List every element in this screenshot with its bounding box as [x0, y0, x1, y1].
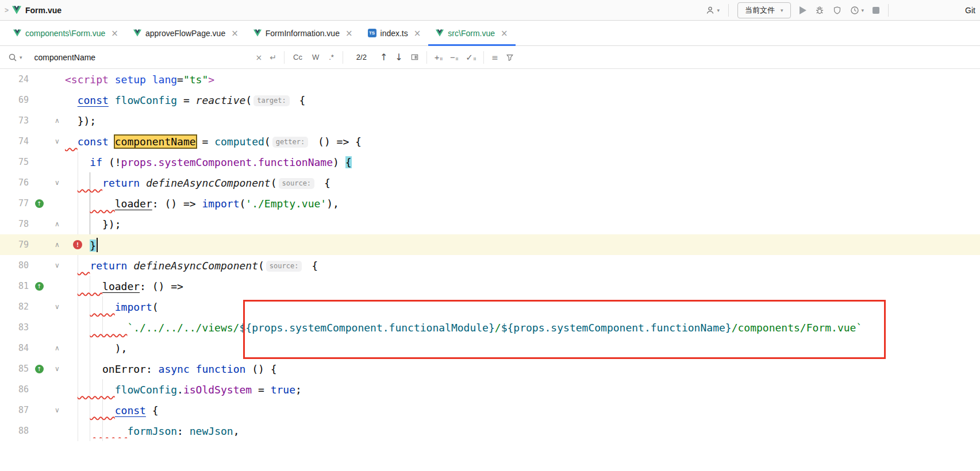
code-line-81[interactable]: 81↑ loader: () =>: [0, 276, 980, 296]
match-count: 2/2: [356, 53, 367, 61]
vue-file-icon: [253, 29, 262, 37]
gutter-green-arrow-icon[interactable]: ↑: [35, 365, 44, 373]
fold-start-icon[interactable]: ∨: [49, 179, 65, 187]
gutter: 87∨: [0, 400, 65, 420]
line-number: 69: [0, 95, 29, 105]
tab-approveflowpage-vue[interactable]: approveFlowPage.vue×: [126, 21, 246, 45]
fold-start-icon[interactable]: ∨: [49, 137, 65, 145]
user-account-button[interactable]: ▾: [705, 6, 720, 15]
code-line-77[interactable]: 77↑ loader: () => import('./Empty.vue'),: [0, 193, 980, 214]
line-number: 86: [0, 384, 29, 395]
close-tab-icon[interactable]: ×: [345, 28, 353, 38]
stop-button[interactable]: [873, 7, 879, 14]
run-button[interactable]: [800, 6, 806, 14]
code-line-73[interactable]: 73∧ });: [0, 110, 980, 131]
code-line-88[interactable]: 88 formJson: newJson,: [0, 420, 980, 441]
code-text: import(: [65, 301, 159, 313]
code-line-79[interactable]: 79∧ }!: [0, 234, 980, 255]
search-icon[interactable]: ▾: [8, 53, 22, 62]
whole-words-toggle[interactable]: W: [312, 53, 319, 61]
bug-icon: [815, 6, 824, 15]
newline-icon[interactable]: ↵: [270, 53, 276, 62]
debug-button[interactable]: [815, 6, 824, 15]
gutter: 69: [0, 90, 65, 110]
gutter-green-arrow-icon[interactable]: ↑: [35, 199, 44, 208]
gutter-icon-slot: ↑: [29, 365, 49, 373]
add-occurrence-icon[interactable]: +II: [435, 52, 443, 62]
code-line-85[interactable]: 85↑∨ onError: async function () {: [0, 358, 980, 379]
fold-start-icon[interactable]: ∨: [49, 261, 65, 269]
code-line-74[interactable]: 74∨ const componentName = computed(gette…: [0, 131, 980, 152]
fold-end-icon[interactable]: ∧: [49, 220, 65, 228]
code-line-75[interactable]: 75 if (!props.systemComponent.functionNa…: [0, 152, 980, 172]
code-line-24[interactable]: 24<script setup lang="ts">: [0, 69, 980, 90]
remove-occurrence-icon[interactable]: −II: [450, 52, 458, 62]
code-line-69[interactable]: 69 const flowConfig = reactive(target: {: [0, 90, 980, 110]
code-line-84[interactable]: 84∧ ),: [0, 338, 980, 358]
code-line-82[interactable]: 82∨ import(: [0, 296, 980, 317]
window-title: Form.vue: [25, 6, 62, 15]
clear-search-icon[interactable]: ×: [256, 53, 263, 62]
run-config-selector[interactable]: 当前文件 ▾: [737, 2, 791, 18]
code-text: ),: [65, 342, 127, 354]
code-text: `./../../../views/${props.systemComponen…: [65, 322, 862, 334]
code-text: flowConfig.isOldSystem = true;: [65, 384, 302, 396]
gutter: 80∨: [0, 255, 65, 276]
fold-start-icon[interactable]: ∨: [49, 406, 65, 414]
select-all-occurrences-icon[interactable]: ✓II: [466, 52, 476, 63]
vue-logo-icon: [12, 6, 21, 14]
next-match-button[interactable]: ↓: [395, 52, 402, 63]
code-line-83[interactable]: 83 `./../../../views/${props.systemCompo…: [0, 317, 980, 338]
vue-file-icon: [133, 29, 141, 37]
gutter: 83: [0, 317, 65, 338]
gutter: 73∧: [0, 110, 65, 131]
close-tab-icon[interactable]: ×: [501, 28, 508, 38]
code-line-86[interactable]: 86 flowConfig.isOldSystem = true;: [0, 379, 980, 400]
indent-squiggle: [78, 177, 102, 189]
view-options-icon[interactable]: ≡: [491, 53, 498, 62]
previous-match-button[interactable]: ↑: [380, 52, 387, 63]
line-number: 81: [0, 281, 29, 291]
error-icon: !: [73, 240, 82, 249]
code-line-80[interactable]: 80∨ return defineAsyncComponent(source: …: [0, 255, 980, 276]
editor[interactable]: 24<script setup lang="ts">69 const flowC…: [0, 69, 980, 471]
code-line-87[interactable]: 87∨ const {: [0, 400, 980, 420]
search-in-selection-icon[interactable]: [410, 53, 419, 61]
search-input[interactable]: componentName: [34, 53, 248, 62]
fold-end-icon[interactable]: ∧: [49, 241, 65, 249]
tab-src-form-vue[interactable]: src\Form.vue×: [428, 21, 515, 45]
inlay-hint: source:: [266, 261, 302, 272]
regex-toggle[interactable]: .*: [329, 53, 334, 61]
fold-start-icon[interactable]: ∨: [49, 303, 65, 311]
close-tab-icon[interactable]: ×: [111, 28, 118, 38]
vue-file-icon: [436, 29, 444, 37]
fold-end-icon[interactable]: ∧: [49, 117, 65, 125]
coverage-button[interactable]: [833, 6, 841, 15]
gutter-green-arrow-icon[interactable]: ↑: [35, 282, 44, 291]
line-number: 78: [0, 219, 29, 229]
gutter: 74∨: [0, 131, 65, 152]
code-line-78[interactable]: 78∧ });: [0, 214, 980, 234]
stop-icon: [873, 7, 879, 14]
tab-index-ts[interactable]: TSindex.ts×: [360, 21, 429, 45]
divider: [728, 4, 729, 17]
inlay-hint: getter:: [272, 137, 309, 148]
code-area: 24<script setup lang="ts">69 const flowC…: [0, 69, 980, 441]
git-menu[interactable]: Git: [965, 6, 975, 15]
fold-start-icon[interactable]: ∨: [49, 365, 65, 373]
filter-icon[interactable]: [506, 53, 514, 61]
profiler-button[interactable]: ▾: [850, 6, 864, 15]
close-tab-icon[interactable]: ×: [231, 28, 239, 38]
typescript-file-icon: TS: [368, 29, 376, 37]
code-line-76[interactable]: 76∨ return defineAsyncComponent(source: …: [0, 172, 980, 193]
code-text: });: [65, 218, 121, 230]
tab-forminformation-vue[interactable]: FormInformation.vue×: [246, 21, 360, 45]
indent-squiggle: [90, 404, 114, 416]
match-case-toggle[interactable]: Cc: [293, 53, 302, 61]
close-tab-icon[interactable]: ×: [414, 28, 421, 38]
code-text: return defineAsyncComponent(source: {: [65, 177, 330, 189]
gutter: 85↑∨: [0, 358, 65, 379]
code-text: const flowConfig = reactive(target: {: [65, 94, 305, 106]
fold-end-icon[interactable]: ∧: [49, 344, 65, 352]
tab-components-form-vue[interactable]: components\Form.vue×: [6, 21, 126, 45]
